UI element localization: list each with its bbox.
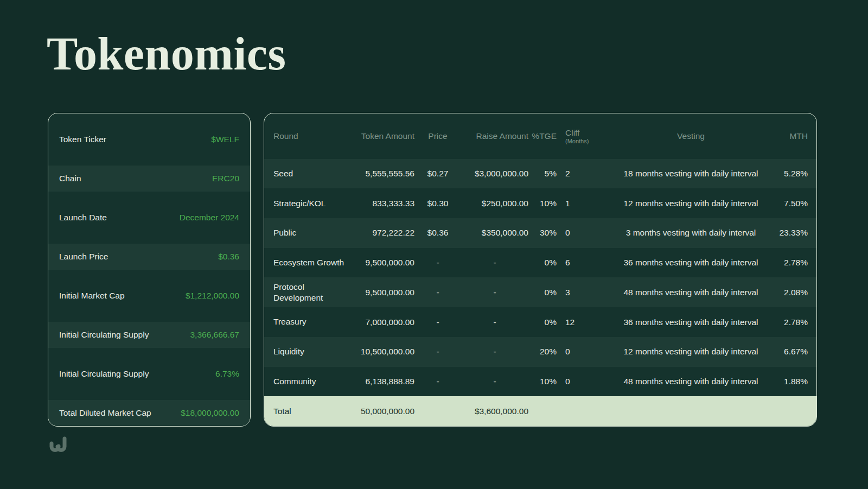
- header-tge: %TGE: [528, 131, 557, 141]
- cell-tge: 0%: [528, 317, 557, 327]
- info-value: ERC20: [212, 174, 239, 183]
- cell-cliff: 3: [557, 288, 614, 297]
- cell-raise-amount: -: [461, 317, 528, 327]
- cell-cliff: 6: [557, 258, 614, 268]
- cell-vesting: 36 months vesting with daily interval: [614, 258, 768, 268]
- cell-token-amount: 10,500,000.00: [349, 347, 414, 357]
- info-label: Initial Circulating Supply: [59, 369, 149, 379]
- cell-cliff: 0: [557, 377, 614, 386]
- header-cliff-sub: (Months): [565, 138, 614, 144]
- cell-vesting: 12 months vesting with daily interval: [614, 347, 768, 357]
- info-row: Token Ticker $WELF: [48, 113, 250, 166]
- info-value: $18,000,000.00: [181, 408, 239, 418]
- table-row: Treasury 7,000,000.00 - - 0% 12 36 month…: [264, 307, 816, 337]
- cell-round: Strategic/KOL: [273, 198, 349, 209]
- total-raise-amount: $3,600,000.00: [461, 407, 528, 416]
- cell-raise-amount: -: [461, 288, 528, 297]
- tokenomics-table: Round Token Amount Price Raise Amount %T…: [264, 113, 817, 427]
- cell-round: Community: [273, 376, 349, 387]
- table-row: Public 972,222.22 $0.36 $350,000.00 30% …: [264, 218, 816, 248]
- cell-vesting: 18 months vesting with daily interval: [614, 169, 768, 179]
- header-token-amount: Token Amount: [349, 131, 414, 141]
- cell-raise-amount: $350,000.00: [461, 228, 528, 238]
- cell-cliff: 12: [557, 317, 614, 327]
- cell-mth: 7.50%: [768, 199, 808, 208]
- info-value: December 2024: [180, 213, 239, 223]
- cell-mth: 2.78%: [768, 258, 808, 268]
- cell-cliff: 1: [557, 199, 614, 208]
- info-row: Initial Market Cap $1,212,000.00: [48, 270, 250, 322]
- header-round: Round: [273, 131, 349, 142]
- info-label: Launch Price: [59, 252, 108, 262]
- table-total-row: Total 50,000,000.00 $3,600,000.00: [264, 396, 816, 426]
- cell-cliff: 0: [557, 347, 614, 357]
- table-header-row: Round Token Amount Price Raise Amount %T…: [264, 113, 816, 159]
- table-row: Protocol Development 9,500,000.00 - - 0%…: [264, 277, 816, 307]
- cell-price: $0.30: [414, 199, 461, 208]
- cell-token-amount: 9,500,000.00: [349, 258, 414, 268]
- cell-cliff: 0: [557, 228, 614, 238]
- cell-tge: 10%: [528, 199, 557, 208]
- cell-raise-amount: -: [461, 347, 528, 357]
- info-row: Initial Circulating Supply 6.73%: [48, 348, 250, 400]
- header-raise-amount: Raise Amount: [461, 131, 528, 141]
- cell-vesting: 48 months vesting with daily interval: [614, 288, 768, 297]
- cell-price: -: [414, 347, 461, 357]
- cell-vesting: 36 months vesting with daily interval: [614, 317, 768, 327]
- cell-round: Public: [273, 227, 349, 238]
- info-value: $WELF: [211, 135, 239, 144]
- info-value: $0.36: [218, 252, 239, 262]
- cell-vesting: 3 months vesting with daily interval: [614, 228, 768, 238]
- cell-tge: 0%: [528, 258, 557, 268]
- cell-round: Protocol Development: [273, 282, 349, 303]
- info-row: Chain ERC20: [48, 166, 250, 192]
- cell-raise-amount: -: [461, 377, 528, 386]
- cell-mth: 1.88%: [768, 377, 808, 386]
- info-label: Initial Circulating Supply: [59, 330, 149, 340]
- total-token-amount: 50,000,000.00: [349, 407, 414, 416]
- cell-round: Ecosystem Growth: [273, 257, 349, 268]
- cell-tge: 10%: [528, 377, 557, 386]
- info-label: Initial Market Cap: [59, 291, 125, 301]
- table-row: Ecosystem Growth 9,500,000.00 - - 0% 6 3…: [264, 248, 816, 278]
- info-label: Token Ticker: [59, 135, 106, 144]
- info-value: 3,366,666.67: [190, 330, 239, 340]
- cell-raise-amount: -: [461, 258, 528, 268]
- cell-mth: 5.28%: [768, 169, 808, 179]
- cell-mth: 2.78%: [768, 317, 808, 327]
- header-mth: MTH: [768, 131, 808, 141]
- cell-tge: 30%: [528, 228, 557, 238]
- cell-token-amount: 7,000,000.00: [349, 317, 414, 327]
- info-value: 6.73%: [215, 369, 239, 379]
- cell-round: Seed: [273, 168, 349, 179]
- info-value: $1,212,000.00: [186, 291, 239, 301]
- header-cliff-main: Cliff: [565, 128, 614, 138]
- cell-token-amount: 972,222.22: [349, 228, 414, 238]
- cell-cliff: 2: [557, 169, 614, 179]
- cell-mth: 2.08%: [768, 288, 808, 297]
- total-label: Total: [273, 406, 349, 417]
- cell-vesting: 48 months vesting with daily interval: [614, 377, 768, 386]
- cell-price: -: [414, 288, 461, 297]
- cell-price: -: [414, 377, 461, 386]
- page-title: Tokenomics: [47, 28, 286, 80]
- info-row: Total Diluted Market Cap $18,000,000.00: [48, 400, 250, 426]
- header-cliff: Cliff (Months): [557, 128, 614, 144]
- info-label: Launch Date: [59, 213, 107, 223]
- info-row: Launch Price $0.36: [48, 244, 250, 270]
- info-row: Launch Date December 2024: [48, 192, 250, 244]
- cell-vesting: 12 months vesting with daily interval: [614, 199, 768, 208]
- cell-price: -: [414, 258, 461, 268]
- cell-price: $0.36: [414, 228, 461, 238]
- cell-mth: 6.67%: [768, 347, 808, 357]
- header-price: Price: [414, 131, 461, 141]
- table-row: Strategic/KOL 833,333.33 $0.30 $250,000.…: [264, 188, 816, 218]
- cell-raise-amount: $3,000,000.00: [461, 169, 528, 179]
- info-row: Initial Circulating Supply 3,366,666.67: [48, 322, 250, 348]
- cell-token-amount: 833,333.33: [349, 199, 414, 208]
- cell-tge: 5%: [528, 169, 557, 179]
- info-label: Chain: [59, 174, 81, 183]
- info-label: Total Diluted Market Cap: [59, 408, 151, 418]
- table-row: Seed 5,555,555.56 $0.27 $3,000,000.00 5%…: [264, 159, 816, 189]
- cell-price: $0.27: [414, 169, 461, 179]
